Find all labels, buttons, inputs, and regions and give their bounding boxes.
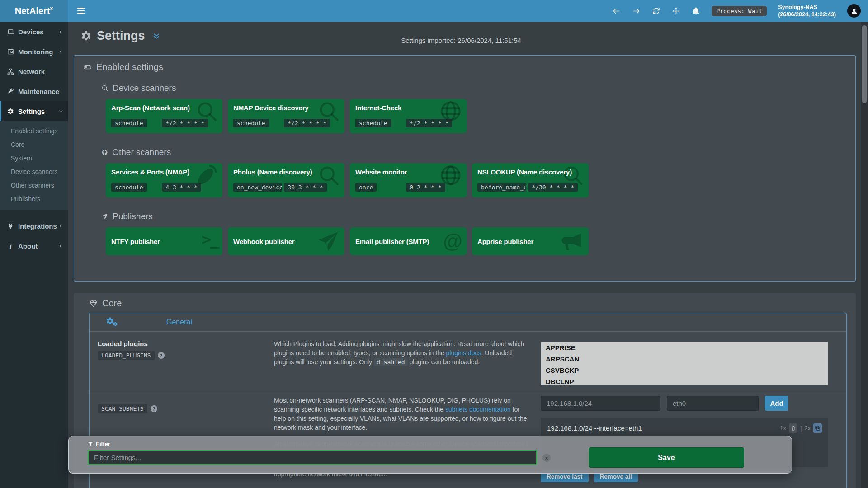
plugin-card-title: NMAP Device discovery: [233, 104, 339, 112]
bell-icon: [692, 7, 700, 15]
sidebar-item-label: Devices: [18, 28, 44, 36]
nav-forward-button[interactable]: [632, 7, 641, 15]
device-scanners-header: Device scanners: [101, 83, 855, 93]
submenu-item-publishers[interactable]: Publishers: [0, 192, 68, 206]
filter-clear-button[interactable]: x: [542, 454, 551, 462]
plugin-card-nmap-discovery[interactable]: NMAP Device discovery schedule*/2 * * * …: [228, 99, 344, 133]
other-scanner-cards: Services & Ports (NMAP) schedule4 3 * * …: [106, 163, 855, 197]
funnel-icon: [88, 441, 93, 447]
sync-icon: [652, 7, 660, 15]
subnet-input[interactable]: [541, 396, 660, 411]
paper-plane-icon: [317, 230, 340, 255]
tab-general[interactable]: General: [166, 318, 192, 326]
nav-back-button[interactable]: [612, 7, 621, 15]
laptop-icon: [7, 28, 14, 35]
subnets-documentation-link[interactable]: subnets documentation: [445, 406, 511, 413]
sidebar-item-maintenance[interactable]: Maintenance: [0, 81, 68, 101]
notifications-button[interactable]: [692, 7, 700, 15]
page-title: Settings: [97, 29, 145, 43]
filter-settings-input[interactable]: [88, 450, 537, 465]
cron-badge: 0 2 * * *: [406, 183, 445, 192]
disabled-code-chip: disabled: [374, 358, 408, 366]
device-scanner-cards: Arp-Scan (Network scan) schedule*/2 * * …: [106, 99, 855, 133]
schedule-type-badge: before_name_updates: [477, 183, 526, 192]
setting-code-chip: LOADED_PLUGINS: [98, 351, 155, 360]
fullscreen-move-button[interactable]: [672, 7, 680, 15]
page-title-row: Settings: [80, 29, 160, 43]
listbox-option[interactable]: ARPSCAN: [541, 353, 828, 365]
cron-badge: */2 * * * *: [162, 119, 208, 127]
filter-overlay: Filter x Save: [68, 436, 792, 474]
plugin-card-nslookup[interactable]: NSLOOKUP (Name discovery) before_name_up…: [472, 163, 589, 197]
copy-entry-button[interactable]: [813, 423, 822, 433]
plugin-card-pholus[interactable]: Pholus (Name discovery) on_new_device30 …: [228, 163, 344, 197]
scrollbar-thumb[interactable]: [862, 25, 867, 103]
plugin-card-arpscan[interactable]: Arp-Scan (Network scan) schedule*/2 * * …: [106, 99, 222, 133]
gears-tab[interactable]: [106, 316, 119, 328]
submenu-item-system[interactable]: System: [0, 151, 68, 165]
schedule-type-badge: on_new_device: [233, 183, 282, 192]
add-subnet-button[interactable]: Add: [765, 396, 788, 411]
plugins-docs-link[interactable]: plugins docs: [446, 349, 481, 357]
separator: |: [800, 425, 802, 432]
plugin-card-webhook[interactable]: Webhook publisher: [228, 227, 344, 255]
sidebar-toggle-button[interactable]: [77, 8, 85, 14]
subnet-input-row: Add: [541, 396, 788, 411]
other-scanners-header: ♻ Other scanners: [101, 147, 855, 157]
listbox-option[interactable]: CSVBCKP: [541, 365, 828, 376]
submenu-item-enabled-settings[interactable]: Enabled settings: [0, 124, 68, 138]
cron-badge: 4 3 * * *: [162, 183, 201, 192]
process-status-badge[interactable]: Process: Wait: [712, 6, 767, 16]
filter-label-row: Filter: [88, 441, 110, 447]
listbox-option[interactable]: APPRISE: [541, 342, 828, 353]
magnifier-icon: [101, 84, 108, 92]
plugin-card-services-ports[interactable]: Services & Ports (NMAP) schedule4 3 * * …: [106, 163, 222, 197]
schedule-type-badge: once: [355, 183, 377, 192]
group-title: Other scanners: [112, 147, 171, 157]
plugin-card-internet-check[interactable]: Internet-Check schedule*/2 * * * *: [350, 99, 467, 133]
loaded-plugins-listbox[interactable]: APPRISE ARPSCAN CSVBCKP DBCLNP: [541, 342, 828, 385]
question-icon[interactable]: ?: [158, 352, 165, 359]
gear-icon: [80, 30, 92, 42]
remove-entry-button[interactable]: [789, 423, 797, 433]
setting-input-column: APPRISE ARPSCAN CSVBCKP DBCLNP: [541, 339, 828, 385]
save-button[interactable]: Save: [589, 447, 744, 468]
section-title: Enabled settings: [96, 62, 163, 72]
refresh-button[interactable]: [652, 7, 660, 15]
question-icon[interactable]: ?: [151, 405, 157, 412]
submenu-item-other-scanners[interactable]: Other scanners: [0, 178, 68, 192]
sidebar-item-integrations[interactable]: Integrations: [0, 216, 68, 236]
user-avatar[interactable]: [847, 4, 861, 18]
top-navbar: NetAlertx Process: Wait Synology-NAS (26…: [0, 0, 868, 22]
brand-text: NetAlert: [15, 6, 50, 16]
plugin-card-title: Pholus (Name discovery): [233, 168, 339, 176]
copy-icon: [815, 425, 821, 431]
plugin-card-email-smtp[interactable]: Email publisher (SMTP) @: [350, 227, 467, 255]
group-title: Device scanners: [113, 83, 176, 93]
plugin-card-title: NTFY publisher: [111, 238, 160, 245]
submenu-item-device-scanners[interactable]: Device scanners: [0, 165, 68, 178]
brand-logo[interactable]: NetAlertx: [0, 0, 68, 22]
publishers-header: Publishers: [101, 211, 855, 221]
cron-badge: 30 3 * * *: [284, 183, 326, 192]
sidebar-item-network[interactable]: Network: [0, 61, 68, 81]
sidebar-item-label: Network: [18, 68, 45, 75]
sidebar-item-devices[interactable]: Devices: [0, 22, 68, 42]
listbox-option[interactable]: DBCLNP: [541, 376, 828, 385]
enabled-settings-header: Enabled settings: [83, 62, 855, 72]
subnet-entry-row: 192.168.1.0/24 --interface=eth1 1x | 2x: [547, 423, 822, 433]
chevron-left-icon: [58, 224, 63, 229]
sidebar-item-label: Maintenance: [18, 88, 59, 95]
sidebar-item-settings[interactable]: Settings: [0, 101, 68, 121]
plugin-card-website-monitor[interactable]: Website monitor once0 2 * * *: [350, 163, 467, 197]
sidebar-item-label: Integrations: [18, 222, 57, 230]
double-chevron-down-icon[interactable]: [152, 32, 160, 40]
plugin-card-title: Services & Ports (NMAP): [111, 168, 217, 176]
submenu-item-core[interactable]: Core: [0, 138, 68, 151]
interface-input[interactable]: [667, 396, 759, 411]
plugin-card-apprise[interactable]: Apprise publisher: [472, 227, 589, 255]
duplicate-2x-label: 2x: [804, 425, 811, 432]
plugin-card-ntfy[interactable]: NTFY publisher >_: [106, 227, 222, 255]
sidebar-item-about[interactable]: i About: [0, 236, 68, 256]
sidebar-item-monitoring[interactable]: Monitoring: [0, 42, 68, 61]
